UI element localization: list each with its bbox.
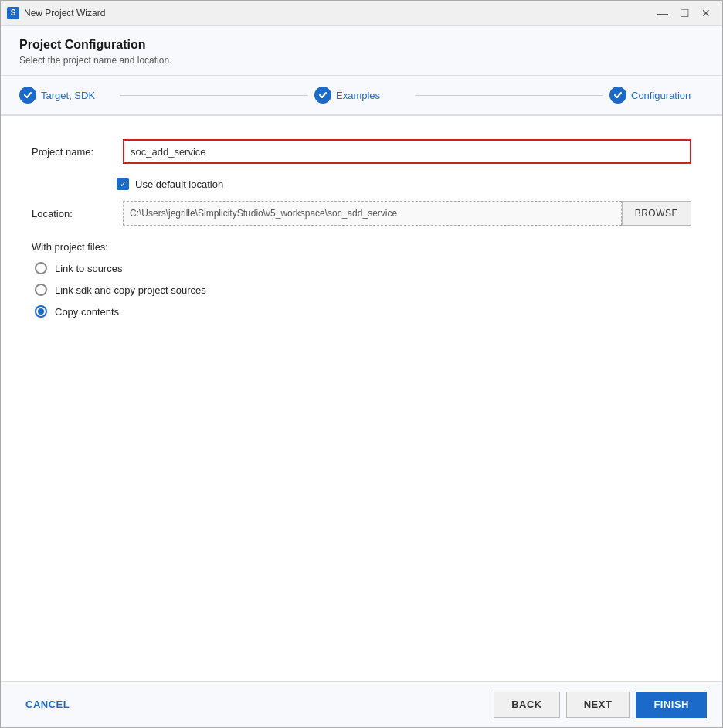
- page-header: Project Configuration Select the project…: [1, 26, 722, 76]
- step-configuration-label: Configuration: [631, 90, 691, 101]
- minimize-button[interactable]: —: [653, 3, 673, 23]
- maximize-button[interactable]: ☐: [674, 3, 694, 23]
- app-icon: S: [7, 7, 19, 19]
- step-target-sdk-label: Target, SDK: [41, 90, 95, 101]
- close-button[interactable]: ✕: [696, 3, 716, 23]
- step-target-sdk: Target, SDK: [19, 87, 114, 104]
- location-input[interactable]: [123, 201, 622, 226]
- radio-link-sdk-copy-label: Link sdk and copy project sources: [55, 284, 206, 296]
- location-label: Location:: [32, 208, 117, 219]
- window-controls: — ☐ ✕: [653, 3, 716, 23]
- cancel-button[interactable]: CANCEL: [16, 692, 79, 716]
- step-examples: Examples: [314, 87, 409, 104]
- page-title: Project Configuration: [19, 38, 704, 52]
- with-project-files-label: With project files:: [32, 241, 691, 253]
- radio-link-to-sources-label: Link to sources: [55, 263, 122, 274]
- radio-copy-contents[interactable]: [35, 305, 47, 318]
- steps-bar: Target, SDK Examples Configuration: [1, 76, 722, 116]
- radio-link-sdk-copy-row: Link sdk and copy project sources: [35, 284, 691, 296]
- next-button[interactable]: NEXT: [566, 692, 630, 718]
- use-default-location-row: ✓ Use default location: [117, 178, 691, 190]
- radio-copy-contents-row: Copy contents: [35, 305, 691, 318]
- step-configuration: Configuration: [609, 87, 704, 104]
- footer-nav-buttons: BACK NEXT FINISH: [494, 692, 707, 718]
- step-divider-2: [415, 95, 603, 96]
- radio-copy-contents-label: Copy contents: [55, 306, 119, 318]
- use-default-location-label: Use default location: [135, 179, 223, 190]
- radio-copy-contents-inner: [38, 308, 44, 315]
- titlebar: S New Project Wizard — ☐ ✕: [1, 1, 722, 26]
- step-target-sdk-icon: [19, 87, 36, 104]
- back-button[interactable]: BACK: [494, 692, 560, 718]
- footer: CANCEL BACK NEXT FINISH: [1, 681, 722, 727]
- project-name-label: Project name:: [32, 146, 117, 158]
- checkmark-icon: ✓: [120, 180, 127, 189]
- step-examples-icon: [314, 87, 331, 104]
- finish-button[interactable]: FINISH: [636, 692, 707, 718]
- location-row: Location: BROWSE: [32, 201, 691, 226]
- browse-button[interactable]: BROWSE: [622, 201, 691, 226]
- radio-link-sdk-copy[interactable]: [35, 284, 47, 296]
- window-title: New Project Wizard: [24, 8, 653, 19]
- page-subtitle: Select the project name and location.: [19, 55, 704, 66]
- project-name-input[interactable]: [123, 139, 691, 164]
- step-examples-label: Examples: [336, 90, 380, 101]
- project-name-row: Project name:: [32, 139, 691, 164]
- content-area: Project name: ✓ Use default location Loc…: [1, 116, 722, 681]
- radio-link-to-sources-row: Link to sources: [35, 262, 691, 274]
- wizard-window: S New Project Wizard — ☐ ✕ Project Confi…: [0, 0, 723, 728]
- radio-link-to-sources[interactable]: [35, 262, 47, 274]
- step-divider-1: [120, 95, 308, 96]
- step-configuration-icon: [609, 87, 626, 104]
- use-default-location-checkbox[interactable]: ✓: [117, 178, 129, 190]
